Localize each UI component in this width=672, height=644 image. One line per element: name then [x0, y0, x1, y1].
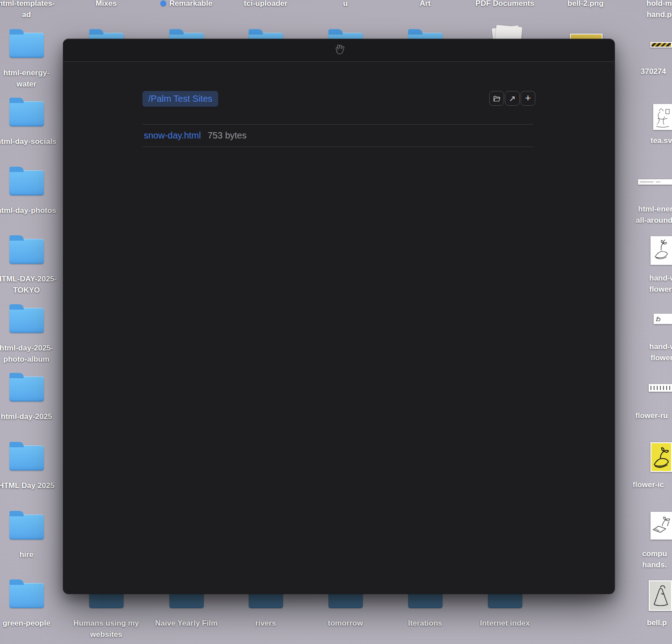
- open-external-button[interactable]: ↗: [505, 91, 520, 106]
- desktop-item-html-day-socials[interactable]: html-day-socials: [0, 97, 62, 147]
- window-titlebar[interactable]: [63, 39, 615, 62]
- desktop: { "desktop": { "top_row": [ {"line1": "h…: [0, 0, 672, 644]
- folder-icon: [9, 239, 44, 264]
- desktop-item-flower-run[interactable]: flower-ru: [635, 410, 668, 421]
- desktop-item-pdf-documents[interactable]: PDF Documents: [469, 0, 541, 9]
- desktop-item-370274[interactable]: 370274: [641, 66, 666, 77]
- desktop-item-html-day-2025-tokyo[interactable]: HTML-DAY-2025-TOKYO: [0, 234, 62, 296]
- thumbnail-hand-with-flower-icon[interactable]: [654, 314, 672, 324]
- desktop-item-hire[interactable]: hire: [0, 510, 62, 560]
- desktop-item-bell-png[interactable]: bell.p: [647, 617, 667, 628]
- folder-icon: [9, 376, 44, 402]
- thumbnail-tea-icon[interactable]: [653, 104, 672, 130]
- folder-icon: [9, 514, 44, 540]
- path-chip[interactable]: /Palm Test Sites: [142, 91, 218, 107]
- folder-icon: [9, 101, 44, 126]
- desktop-item-html-day-2025-photo-album[interactable]: html-day-2025-photo-album: [0, 303, 62, 365]
- file-link[interactable]: snow-day.html: [144, 130, 201, 141]
- desktop-item-html-energy-water[interactable]: html-energy-water: [0, 28, 62, 90]
- thumbnail-html-energy-banner-icon[interactable]: [638, 179, 672, 185]
- reveal-folder-button[interactable]: [489, 91, 504, 106]
- status-dot-icon: [160, 0, 166, 6]
- desktop-item-tea[interactable]: tea.sv: [650, 135, 672, 146]
- plus-icon: +: [525, 92, 531, 104]
- window-toolbar: ↗ +: [489, 91, 535, 106]
- desktop-item-computer-hands[interactable]: compuhands.: [641, 548, 668, 571]
- thumbnail-370274-icon[interactable]: [650, 42, 672, 48]
- thumbnail-flower-run-icon[interactable]: [649, 384, 672, 392]
- thumbnail-bell-icon[interactable]: [649, 580, 672, 611]
- desktop-item-flower-icon-file[interactable]: flower-ic: [633, 479, 664, 490]
- folder-icon: [9, 583, 44, 608]
- desktop-item-hand-with-flower[interactable]: hand-wflower.: [647, 341, 672, 363]
- desktop-item-mixes[interactable]: Mixes: [70, 0, 142, 9]
- folder-icon: [9, 445, 44, 471]
- hand-tool-icon[interactable]: [331, 42, 347, 58]
- desktop-item-html-day-2025-caps[interactable]: HTML Day 2025: [0, 441, 62, 491]
- folder-icon: [9, 170, 44, 195]
- desktop-item-hand-with-flowers[interactable]: hand-wflowers: [647, 272, 672, 295]
- thumbnail-flower-icon-yellow[interactable]: [650, 442, 672, 472]
- add-file-button[interactable]: +: [521, 91, 535, 106]
- thumbnail-computer-hands-icon[interactable]: [650, 512, 672, 540]
- file-row: snow-day.html 753 bytes: [142, 124, 534, 147]
- desktop-item-remarkable[interactable]: Remarkable: [151, 0, 222, 9]
- desktop-item-html-day-2025[interactable]: html-day-2025: [0, 372, 62, 422]
- file-size: 753 bytes: [207, 130, 246, 141]
- file-list: snow-day.html 753 bytes: [142, 124, 534, 147]
- arrow-up-right-icon: ↗: [509, 94, 516, 104]
- desktop-item-green-people[interactable]: green-people: [0, 579, 62, 629]
- file-browser-window: /Palm Test Sites ↗ + snow-day.html 753 b…: [63, 39, 615, 594]
- desktop-item-html-energy-all-around[interactable]: html-enerall-around-: [629, 203, 672, 226]
- desktop-item-art[interactable]: Art: [389, 0, 461, 9]
- desktop-item-tci-uploader[interactable]: tci-uploader: [230, 0, 302, 9]
- thumbnail-hand-with-flowers-icon[interactable]: [650, 236, 672, 265]
- desktop-item-hold-my-hand[interactable]: hold-mhand.p: [646, 0, 672, 20]
- desktop-item-html-day-photos[interactable]: html-day-photos: [0, 166, 62, 216]
- folder-icon: [9, 308, 44, 333]
- desktop-item-u[interactable]: u: [310, 0, 381, 9]
- folder-outline-icon: [493, 95, 501, 102]
- folder-icon: [9, 33, 44, 58]
- desktop-item-html-templates-ad[interactable]: html-templates-ad: [0, 0, 62, 20]
- desktop-item-bell-2-png[interactable]: bell-2.png: [550, 0, 621, 9]
